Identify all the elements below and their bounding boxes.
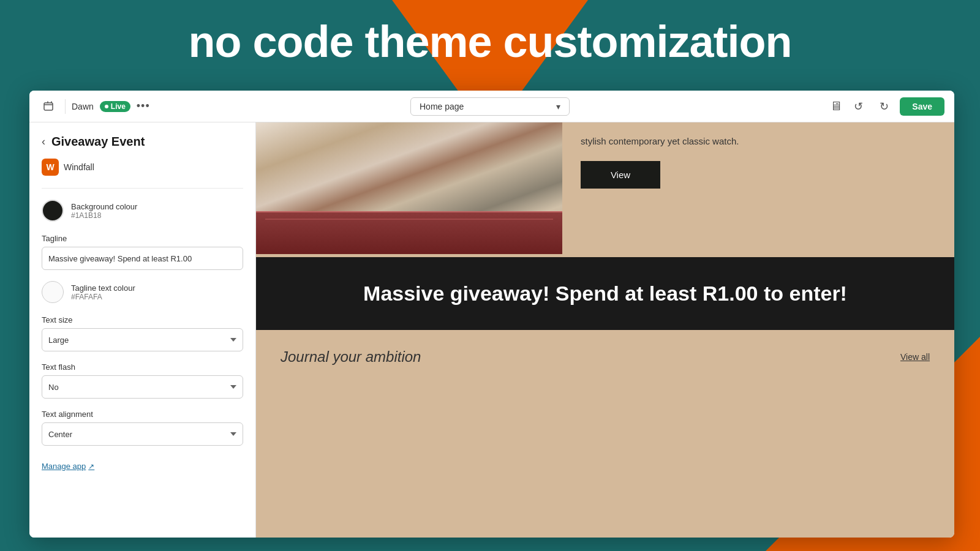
tagline-input[interactable] [42,247,243,270]
sidebar-back-button[interactable]: ‹ [42,135,45,148]
sidebar: ‹ Giveaway Event W Windfall Background c… [29,122,256,538]
app-icon: W [42,159,59,176]
save-button[interactable]: Save [900,97,944,116]
text-flash-select[interactable]: No Yes [42,375,243,399]
external-link-icon: ↗ [88,462,94,471]
more-menu-button[interactable]: ••• [137,100,150,113]
view-product-button[interactable]: View [581,161,660,189]
toolbar: Dawn Live ••• Home page ▾ 🖥 ↺ ↻ Save [29,91,954,122]
tagline-label: Tagline [42,234,243,243]
sidebar-divider [42,188,243,189]
svg-rect-0 [44,103,53,110]
toolbar-left: Dawn Live ••• [39,97,150,116]
live-dot [105,105,108,108]
background-colour-label: Background colour [71,202,137,211]
theme-name-label: Dawn [72,102,94,111]
watch-product-image [256,122,562,254]
preview-top-section: stylish contemporary yet classic watch. … [256,122,954,257]
redo-button[interactable]: ↻ [874,97,894,116]
page-dropdown[interactable]: Home page ▾ [410,97,570,116]
desktop-view-icon[interactable]: 🖥 [830,99,842,113]
main-content: ‹ Giveaway Event W Windfall Background c… [29,122,954,538]
preview-area: stylish contemporary yet classic watch. … [256,122,954,538]
app-name: Windfall [64,162,94,172]
text-size-select[interactable]: Large Small Medium Extra Large [42,328,243,351]
giveaway-banner: Massive giveaway! Spend at least R1.00 t… [256,257,954,330]
tagline-colour-row: Tagline text colour #FAFAFA [42,281,243,303]
view-all-link[interactable]: View all [900,352,930,362]
page-dropdown-value: Home page [420,102,464,111]
product-text-area: stylish contemporary yet classic watch. … [562,122,954,257]
background-colour-row: Background colour #1A1B18 [42,200,243,222]
tagline-colour-swatch[interactable] [42,281,64,303]
toolbar-divider-1 [65,99,66,114]
sidebar-title: Giveaway Event [51,135,145,149]
text-flash-label: Text flash [42,362,243,372]
background-colour-info: Background colour #1A1B18 [71,202,137,220]
tagline-colour-label: Tagline text colour [71,283,135,293]
product-description: stylish contemporary yet classic watch. [581,135,936,149]
app-row: W Windfall [42,159,243,176]
journal-section: Journal your ambition View all [256,330,954,384]
background-colour-hex: #1A1B18 [71,211,137,220]
undo-button[interactable]: ↺ [848,97,868,116]
tagline-colour-hex: #FAFAFA [71,293,135,301]
leather-detail [265,219,553,220]
top-banner: no code theme customization [0,0,980,83]
live-badge-text: Live [111,102,126,111]
text-alignment-label: Text alignment [42,410,243,419]
background-colour-swatch[interactable] [42,200,64,222]
tagline-colour-info: Tagline text colour #FAFAFA [71,283,135,301]
toolbar-right: 🖥 ↺ ↻ Save [830,97,944,116]
text-alignment-select[interactable]: Center Left Right [42,422,243,446]
leather-case [256,211,562,254]
manage-app-label: Manage app [42,462,86,471]
journal-title: Journal your ambition [281,348,421,365]
sidebar-header: ‹ Giveaway Event [42,135,243,149]
giveaway-text: Massive giveaway! Spend at least R1.00 t… [363,282,847,305]
manage-app-link[interactable]: Manage app ↗ [42,462,243,471]
text-size-label: Text size [42,315,243,324]
live-badge: Live [100,101,130,112]
dropdown-arrow-icon: ▾ [556,102,560,111]
toolbar-center: Home page ▾ [157,97,823,116]
back-button[interactable] [39,97,59,116]
top-banner-text: no code theme customization [188,17,791,67]
app-icon-letter: W [46,162,54,172]
editor-window: Dawn Live ••• Home page ▾ 🖥 ↺ ↻ Save ‹ [29,91,954,538]
